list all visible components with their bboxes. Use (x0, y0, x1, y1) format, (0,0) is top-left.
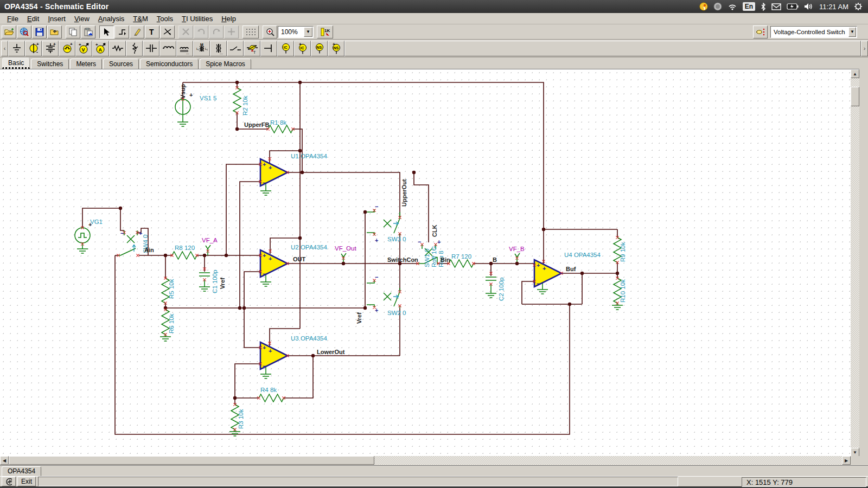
menu-view[interactable]: View (71, 14, 93, 24)
resistor-r8[interactable] (172, 252, 197, 259)
label-vg1[interactable]: VG1 (90, 219, 103, 225)
probe-tool-button[interactable] (2, 477, 16, 486)
wire-tool-button[interactable] (114, 25, 129, 38)
label-sw2[interactable]: SW2 0 (387, 310, 406, 316)
zoom-dropdown-arrow-icon[interactable]: ▼ (304, 27, 312, 37)
session-gear-icon[interactable] (854, 2, 863, 11)
undo-button[interactable] (194, 25, 208, 38)
paste-button[interactable] (81, 25, 95, 38)
web-search-button[interactable] (17, 25, 31, 38)
vscroll-up-button[interactable]: ▲ (851, 69, 859, 78)
label-sw3[interactable]: SW3 0 (387, 236, 406, 242)
mode-dropdown-arrow-icon[interactable]: ▼ (848, 27, 856, 37)
tab-switches[interactable]: Switches (31, 59, 69, 69)
menu-tools[interactable]: Tools (153, 14, 177, 24)
zoom-in-button[interactable] (263, 25, 277, 38)
palette-transformer[interactable]: ML₁L₂ (193, 41, 210, 56)
capacitor-c1[interactable] (199, 273, 210, 276)
label-r9[interactable]: R9 10k (620, 242, 626, 262)
resistor-r7[interactable] (449, 260, 474, 267)
messenger-icon[interactable] (699, 2, 708, 11)
grid-toggle-button[interactable] (242, 25, 259, 38)
import-button[interactable] (47, 25, 62, 38)
palette-terminal[interactable] (260, 41, 277, 56)
palette-voltmeter[interactable]: V+ (75, 41, 92, 56)
palette-battery[interactable]: + (42, 41, 59, 56)
schematic-canvas[interactable]: +++−++−++−++−+−+−+−+−+ VS1 5 R2 10k R1 8… (0, 69, 859, 456)
label-r3[interactable]: R3 10k (238, 409, 244, 429)
redo-button[interactable] (209, 25, 224, 38)
clock[interactable]: 11:21 AM (819, 3, 848, 11)
palette-capacitor[interactable] (143, 41, 159, 56)
tab-sources[interactable]: Sources (103, 59, 139, 69)
label-u1[interactable]: U1 OPA4354 (291, 153, 328, 159)
resistor-r1[interactable] (268, 125, 293, 133)
menu-insert[interactable]: Insert (44, 14, 69, 24)
menu-analysis[interactable]: Analysis (94, 14, 128, 24)
label-r10[interactable]: R10 10k (620, 279, 626, 303)
label-u3[interactable]: U3 OPA4354 (291, 335, 328, 342)
label-vs1[interactable]: VS1 5 (200, 95, 216, 101)
last-component-button[interactable]: 1K (317, 25, 333, 38)
label-r2[interactable]: R2 10k (242, 95, 248, 115)
find-component-button[interactable] (753, 25, 768, 38)
probe-vf-a[interactable] (206, 245, 210, 255)
label-roff[interactable]: Roff 1G (431, 246, 437, 267)
palette-ground[interactable] (8, 41, 25, 56)
select-cursor-button[interactable] (99, 25, 114, 38)
open-button[interactable] (2, 25, 16, 38)
label-sw1[interactable]: SW1 0 (424, 248, 430, 267)
volume-icon[interactable] (804, 3, 814, 10)
vscroll-track[interactable] (851, 78, 859, 448)
exit-button[interactable]: Exit (17, 477, 36, 486)
tab-spice-macros[interactable]: Spice Macros (200, 59, 251, 69)
move-button[interactable] (224, 25, 239, 38)
delete-segment-button[interactable] (160, 25, 175, 38)
label-r4[interactable]: R4 8k (260, 387, 277, 393)
vscroll-down-button[interactable]: ▼ (851, 448, 859, 457)
menu-ti-utilities[interactable]: TI Utilities (178, 14, 216, 24)
palette-inductor[interactable] (159, 41, 176, 56)
palette-resistor[interactable] (109, 41, 126, 56)
hscroll-left-button[interactable]: ◀ (0, 456, 9, 465)
tab-semiconductors[interactable]: Semiconductors (140, 59, 199, 69)
label-r5[interactable]: R5 10k (168, 279, 175, 299)
menu-help[interactable]: Help (218, 14, 240, 24)
volume-knob-icon[interactable] (713, 2, 722, 11)
palette-switch[interactable] (227, 41, 244, 56)
palette-coupled-inductors[interactable]: ... (210, 41, 227, 56)
label-r6[interactable]: R6 10k (168, 313, 175, 333)
palette-controlled-switch[interactable]: T (244, 41, 260, 56)
menu-file[interactable]: File (3, 14, 22, 24)
label-r8[interactable]: R8 120 (175, 245, 195, 251)
palette-scroll-left[interactable]: ‹ (1, 41, 8, 56)
copy-button[interactable] (66, 25, 80, 38)
tab-meters[interactable]: Meters (70, 59, 102, 69)
palette-ammeter[interactable]: A+ (92, 41, 109, 56)
hscroll-thumb[interactable] (9, 456, 374, 465)
label-u4[interactable]: U4 OPA4354 (564, 252, 601, 258)
save-button[interactable] (32, 25, 47, 38)
vscroll-thumb[interactable] (851, 87, 859, 106)
hscroll-right-button[interactable]: ▶ (842, 456, 851, 465)
palette-ns-plus[interactable]: NS+ (328, 41, 344, 56)
zoom-select[interactable]: 100% ▼ (278, 26, 314, 38)
tab-basic[interactable]: Basic (2, 57, 30, 69)
capacitor-c2[interactable] (486, 277, 496, 280)
component-mode-select[interactable]: Voltage-Controlled Switch ▼ (770, 26, 857, 38)
label-r1[interactable]: R1 8k (270, 119, 286, 126)
wifi-icon[interactable] (727, 3, 737, 10)
label-c1[interactable]: C1 100p (212, 270, 218, 293)
text-tool-button[interactable]: T (145, 25, 159, 38)
battery-icon[interactable] (787, 3, 799, 10)
pencil-tool-button[interactable] (130, 25, 144, 38)
label-r7[interactable]: R7 120 (451, 253, 471, 260)
cut-button[interactable] (178, 25, 193, 38)
mail-icon[interactable] (771, 3, 781, 10)
sheet-tab-opa4354[interactable]: OPA4354 (2, 466, 41, 476)
bluetooth-icon[interactable] (761, 3, 766, 11)
label-c2[interactable]: C2 100p (498, 278, 505, 301)
resistor-r4[interactable] (259, 394, 284, 402)
label-u2[interactable]: U2 OPA4354 (291, 244, 328, 251)
switch-sw2[interactable] (367, 280, 400, 308)
